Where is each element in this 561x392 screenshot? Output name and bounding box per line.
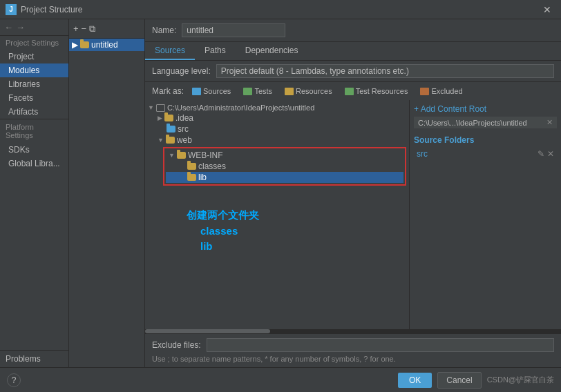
name-label: Name: [152,26,176,35]
watermark-text: CSDN@铲屎官白茶 [487,375,554,385]
mark-excluded-label: Excluded [431,87,462,95]
file-tree-web-inf-label: WEB-INF [188,150,223,160]
web-folder-icon [166,137,175,144]
excluded-icon [420,88,429,95]
annotation-line3: lib [187,239,402,255]
add-content-root-btn[interactable]: + Add Content Root [414,104,557,114]
file-tree-src[interactable]: src [145,124,409,135]
source-folder-delete-btn[interactable]: ✕ [547,149,554,159]
mark-test-resources-label: Test Resources [356,87,408,95]
exclude-input[interactable] [207,338,554,352]
src-folder-icon [167,126,175,133]
source-folder-edit-btn[interactable]: ✎ [538,149,544,159]
source-folder-actions: ✎ ✕ [538,149,554,159]
web-chevron-icon: ▼ [158,137,164,144]
bottom-area: Exclude files: Use ; to separate name pa… [145,333,561,367]
tab-dependencies[interactable]: Dependencies [236,42,308,60]
sidebar-item-sdks[interactable]: SDKs [0,143,68,157]
file-tree-lib[interactable]: lib [166,172,403,183]
file-tree-lib-label: lib [198,173,207,182]
file-tree-idea-label: .idea [175,113,193,123]
file-tree-root-label: C:\Users\Administrator\IdeaProjects\unti… [167,104,314,112]
idea-chevron-icon: ▶ [158,115,162,121]
project-settings-header: Project Settings [0,36,68,50]
sidebar-item-label-global-libs: Global Libra... [8,159,60,168]
source-folder-src-name: src [417,149,428,159]
sources-icon [192,88,201,95]
module-tree-panel: + − ⧉ ▶ untitled [69,19,145,367]
classes-folder-icon [187,163,196,170]
mark-as-row: Mark as: Sources Tests Resources Test Re… [145,82,561,100]
tab-sources[interactable]: Sources [145,42,195,60]
tab-paths[interactable]: Paths [195,42,236,60]
annotation-line2: classes [187,224,402,239]
footer-left: ? [7,373,21,387]
language-row: Language level: Project default (8 - Lam… [145,61,561,82]
app-icon: J [6,4,17,15]
sidebar-item-facets[interactable]: Facets [0,91,68,105]
exclude-hint: Use ; to separate name patterns, * for a… [152,355,554,363]
sidebar-item-label-project: Project [8,52,34,61]
add-module-button[interactable]: + [73,23,79,34]
web-inf-folder-icon [177,152,186,159]
exclude-row: Exclude files: [152,338,554,352]
footer: ? OK Cancel CSDN@铲屎官白茶 [0,367,561,392]
sidebar-item-label-problems: Problems [6,354,41,364]
source-folder-src: src ✎ ✕ [414,148,557,160]
tree-toolbar: + − ⧉ [69,19,144,39]
module-item-untitled[interactable]: ▶ untitled [69,39,144,51]
test-resources-icon [345,88,354,95]
file-tree-web-inf[interactable]: ▼ WEB-INF [166,150,403,161]
forward-button[interactable]: → [16,22,25,32]
source-folders-header: Source Folders [414,135,557,145]
language-select[interactable]: Project default (8 - Lambdas, type annot… [216,64,554,78]
mark-as-test-resources-btn[interactable]: Test Resources [341,86,412,97]
module-folder-icon: ▶ [72,40,78,50]
content-root-close-icon[interactable]: ✕ [546,118,553,127]
root-chevron-icon: ▼ [148,104,154,111]
mark-sources-label: Sources [203,87,231,95]
mark-as-tests-btn[interactable]: Tests [239,86,276,97]
copy-module-button[interactable]: ⧉ [89,23,95,35]
footer-right: OK Cancel CSDN@铲屎官白茶 [398,372,554,389]
file-tree-classes-label: classes [198,161,226,171]
sidebar-item-problems[interactable]: Problems [0,350,68,367]
sidebar-item-label-facets: Facets [8,93,33,103]
help-button[interactable]: ? [7,373,21,387]
file-tree-web[interactable]: ▼ web [145,135,409,146]
mark-as-excluded-btn[interactable]: Excluded [416,86,466,97]
sidebar-item-label-artifacts: Artifacts [8,107,38,117]
name-input[interactable] [182,23,285,37]
file-tree-classes[interactable]: classes [166,161,403,172]
module-item-label: untitled [91,40,118,50]
file-tree-src-label: src [178,124,189,134]
tabs-row: Sources Paths Dependencies [145,42,561,61]
file-tree-idea[interactable]: ▶ .idea [145,112,409,124]
content-root-path: C:\Users\...\IdeaProjects\untitled ✕ [414,117,557,128]
sidebar-item-libraries[interactable]: Libraries [0,77,68,91]
web-inf-chevron-icon: ▼ [169,152,175,159]
language-label: Language level: [152,66,211,76]
file-tree-root[interactable]: ▼ C:\Users\Administrator\IdeaProjects\un… [145,103,409,112]
back-button[interactable]: ← [4,22,13,32]
mark-as-sources-btn[interactable]: Sources [188,86,235,97]
annotation-line1: 创建两个文件夹 [187,208,402,224]
remove-module-button[interactable]: − [82,23,87,34]
mark-as-resources-btn[interactable]: Resources [280,86,336,97]
sidebar-item-global-libs[interactable]: Global Libra... [0,157,68,170]
file-tree: ▼ C:\Users\Administrator\IdeaProjects\un… [145,100,409,329]
exclude-label: Exclude files: [152,340,201,350]
mark-as-label: Mark as: [152,86,184,96]
close-button[interactable]: ✕ [539,3,555,17]
name-row: Name: [145,19,561,42]
mark-resources-label: Resources [296,87,332,95]
sidebar-item-artifacts[interactable]: Artifacts [0,105,68,119]
module-folder-icon-shape [80,41,89,48]
ok-button[interactable]: OK [398,373,432,388]
sidebar-item-project[interactable]: Project [0,50,68,63]
title-bar: J Project Structure ✕ [0,0,561,19]
cancel-button[interactable]: Cancel [437,372,481,389]
mark-tests-label: Tests [254,87,272,95]
sidebar-item-modules[interactable]: Modules [0,63,68,77]
file-tree-web-label: web [177,135,192,145]
